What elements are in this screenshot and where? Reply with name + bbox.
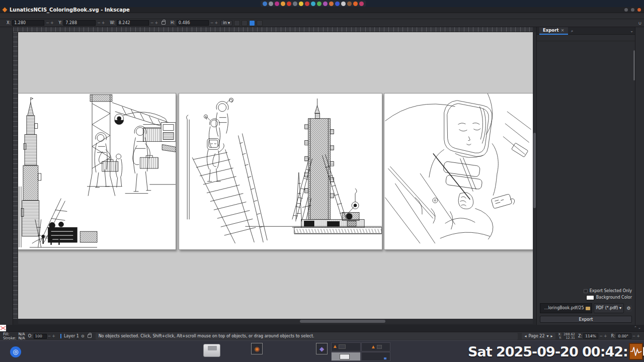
x-field[interactable]: 1.280	[12, 20, 44, 26]
w-spinner[interactable]: −+	[150, 21, 159, 25]
vertical-scrollbar[interactable]	[533, 32, 536, 319]
current-page-label[interactable]: Page 22	[528, 334, 544, 338]
find-icon[interactable]: ⌕	[569, 28, 576, 34]
workspace-2[interactable]	[361, 342, 391, 351]
dock-app-icon[interactable]	[263, 2, 267, 6]
snap-toggle-icon[interactable]: ∪	[638, 21, 641, 26]
workspace-pager[interactable]	[331, 342, 390, 361]
stroke-label: Stroke:	[3, 336, 16, 340]
opacity-field[interactable]: 100	[34, 334, 47, 339]
format-dropdown[interactable]: PDF (*.pdf) ▾	[594, 303, 624, 313]
window-titlebar[interactable]: LunaticsNCIS_ColoringBook.svg - Inkscape	[0, 7, 644, 13]
background-color-row[interactable]: Background Color	[540, 295, 632, 300]
rotation-field[interactable]: 0.00°	[616, 333, 631, 339]
hscroll-thumb[interactable]	[300, 320, 385, 323]
workspace-1[interactable]	[331, 342, 361, 351]
vscroll-thumb[interactable]	[533, 133, 536, 208]
layer-visibility-icon[interactable]: ⊙	[81, 334, 85, 338]
desktop-screen: LunaticsNCIS_ColoringBook.svg - Inkscape…	[0, 0, 644, 362]
gear-icon[interactable]: ⚙	[625, 305, 632, 312]
dock-app-icon[interactable]	[275, 2, 279, 6]
rotation-control[interactable]: R:0.00°−+	[611, 333, 641, 339]
taskbar-clock[interactable]: Sat 2025-09-20 00:42:19	[468, 343, 627, 360]
layer-lock-icon[interactable]	[88, 334, 92, 338]
units-dropdown[interactable]: in ▾	[220, 20, 232, 26]
export-selected-only-row[interactable]: Export Selected Only	[540, 288, 632, 294]
firefox-taskbar-icon[interactable]: ◉	[251, 343, 263, 354]
statusbar-right: ◂ Page 22 ▾ ▸ X:288.62 Y:12.31 Z:114%−+ …	[522, 333, 644, 340]
export-footer: Export Selected Only Background Color 25…	[537, 287, 635, 325]
dock-app-icon[interactable]	[353, 2, 358, 6]
dock-app-icon[interactable]	[359, 2, 364, 6]
app-launcher-icon[interactable]: ◎	[10, 346, 21, 357]
dock-app-icon[interactable]	[311, 2, 315, 6]
export-button[interactable]: Export	[540, 316, 632, 323]
folder-icon[interactable]	[586, 307, 590, 310]
zoom-field[interactable]: 114%	[583, 333, 598, 339]
w-field[interactable]: 8.242	[117, 20, 149, 26]
dialog-tab-bar: Export× ⌕ ⌄	[537, 27, 635, 35]
maximize-button[interactable]	[631, 8, 634, 12]
scale-corners-toggle[interactable]	[242, 20, 248, 26]
stroke-value: N/A	[18, 336, 25, 340]
tool-controls-bar: X: 1.280 −+ Y: 7.288 −+ W: 8.242 −+ H: 0…	[0, 19, 644, 27]
filename-field[interactable]: 25/LunaticsNCIS_ColoringBook.pdf	[540, 303, 592, 313]
fill-stroke-indicator[interactable]: Fill:N/A Stroke:N/A	[0, 332, 28, 340]
scale-gradient-toggle[interactable]	[249, 20, 255, 26]
page3-artwork	[384, 94, 533, 249]
scale-stroke-toggle[interactable]	[234, 20, 240, 26]
x-spinner[interactable]: −+	[46, 21, 54, 25]
vertical-ruler[interactable]	[13, 32, 18, 319]
page-navigation[interactable]: ◂ Page 22 ▾ ▸	[522, 333, 555, 339]
workspace-4[interactable]	[361, 352, 391, 361]
export-mode-tabs	[537, 35, 635, 41]
canvas-page-3[interactable]	[384, 93, 533, 250]
opacity-control[interactable]: O: 100 −+	[28, 334, 56, 339]
page-caret-icon[interactable]: ▾	[547, 334, 549, 338]
dock-app-icon[interactable]	[293, 2, 297, 6]
dock-app-icon[interactable]	[269, 2, 273, 6]
background-color-swatch[interactable]	[586, 295, 594, 300]
h-spinner[interactable]: −+	[210, 21, 219, 25]
close-button[interactable]	[637, 8, 641, 12]
app-taskbar-icon[interactable]: ◆	[316, 343, 328, 354]
canvas-page-1[interactable]	[18, 93, 176, 250]
lock-aspect-icon[interactable]	[162, 21, 166, 25]
audio-waveform-icon[interactable]	[629, 343, 643, 360]
horizontal-ruler[interactable]	[13, 27, 533, 32]
layer-indicator[interactable]: Layer 1 ⊙	[60, 334, 93, 338]
zoom-control[interactable]: Z:114%−+	[578, 333, 608, 339]
close-tab-icon[interactable]: ×	[560, 28, 564, 33]
dock-app-icon[interactable]	[281, 2, 285, 6]
horizontal-scrollbar[interactable]	[18, 319, 533, 324]
y-field[interactable]: 7.288	[63, 20, 96, 26]
palette-scroll-controls[interactable]: ⌃ ⌄	[631, 325, 644, 331]
next-page-icon[interactable]: ▸	[551, 334, 553, 338]
dock-app-icon[interactable]	[341, 2, 346, 6]
dock-app-icon[interactable]	[335, 2, 340, 6]
dock-app-icon[interactable]	[299, 2, 303, 6]
dock-app-icon[interactable]	[287, 2, 291, 6]
canvas-page-2[interactable]	[179, 93, 382, 250]
dock-app-icon[interactable]	[347, 2, 352, 6]
export-dialog-tab[interactable]: Export×	[539, 27, 568, 35]
canvas-viewport[interactable]	[18, 32, 533, 319]
dock-app-icon[interactable]	[317, 2, 321, 6]
dock-app-icon[interactable]	[305, 2, 309, 6]
opacity-spinner[interactable]: −+	[48, 334, 56, 338]
dock-app-icon[interactable]	[323, 2, 328, 6]
taskbar-app-grid	[396, 342, 467, 361]
dock-app-icon[interactable]	[329, 2, 334, 6]
scale-pattern-toggle[interactable]	[257, 20, 263, 26]
export-selected-only-checkbox[interactable]	[584, 289, 588, 293]
y-spinner[interactable]: −+	[97, 21, 106, 25]
minimize-button[interactable]	[624, 8, 628, 12]
removable-drive-icon[interactable]	[203, 344, 220, 357]
prev-page-icon[interactable]: ◂	[524, 334, 526, 338]
workspace-3-active[interactable]	[331, 352, 361, 361]
page2-artwork	[179, 94, 382, 249]
h-field[interactable]: 0.486	[177, 20, 209, 26]
layer-name[interactable]: Layer 1	[64, 334, 79, 338]
chevron-down-icon[interactable]: ⌄	[630, 29, 633, 33]
no-color-swatch[interactable]	[0, 325, 6, 331]
